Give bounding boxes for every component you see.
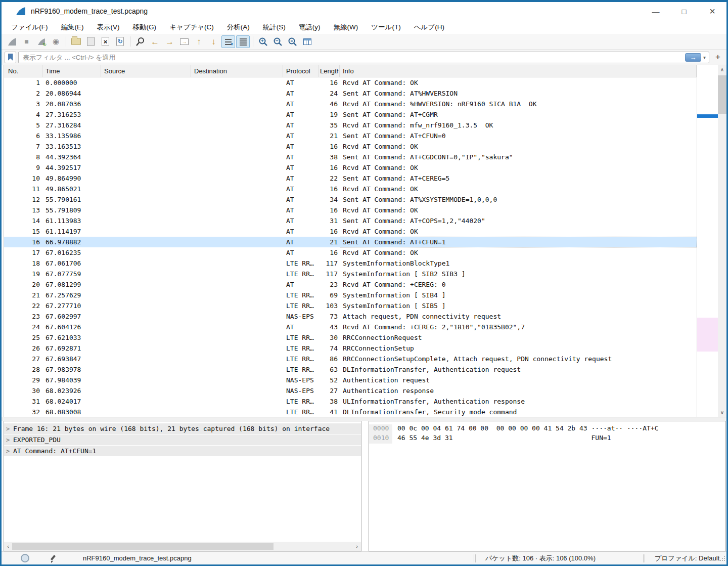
- close-button[interactable]: ×: [698, 2, 726, 20]
- colorize-packets-icon[interactable]: [236, 35, 250, 48]
- display-filter-input[interactable]: [19, 54, 685, 61]
- menu-item[interactable]: ツール(T): [365, 21, 407, 33]
- apply-filter-button[interactable]: →: [685, 53, 701, 62]
- column-header-protocol[interactable]: Protocol: [283, 65, 318, 77]
- packet-row[interactable]: 10.000000AT16Rcvd AT Command: OK: [4, 77, 697, 88]
- hex-line[interactable]: 000000 0c 00 04 61 74 00 00 00 00 00 00 …: [369, 424, 725, 434]
- packet-row[interactable]: 1355.791809AT16Rcvd AT Command: OK: [4, 205, 697, 215]
- detail-row[interactable]: >AT Command: AT+CFUN=1: [4, 446, 361, 456]
- expand-arrow-icon[interactable]: >: [6, 425, 13, 432]
- menu-item[interactable]: 移動(G): [126, 21, 163, 33]
- column-header-time[interactable]: Time: [42, 65, 101, 77]
- column-header-no[interactable]: No.: [4, 65, 42, 77]
- menu-item[interactable]: キャプチャ(C): [163, 21, 220, 33]
- packet-row[interactable]: 2367.602997NAS-EPS73Attach request, PDN …: [4, 311, 697, 322]
- hex-line[interactable]: 001046 55 4e 3d 31FUN=1: [369, 434, 725, 444]
- packet-row[interactable]: 2567.621033LTE RR…30RRCConnectionRequest: [4, 332, 697, 343]
- packet-row[interactable]: 320.087036AT46Rcvd AT Command: %HWVERSIO…: [4, 99, 697, 109]
- packet-row[interactable]: 1666.978882AT21Sent AT Command: AT+CFUN=…: [4, 237, 697, 247]
- pane-gap[interactable]: [361, 421, 369, 551]
- go-forward-icon[interactable]: →: [163, 35, 176, 48]
- resize-grip-icon[interactable]: [719, 555, 725, 561]
- expand-arrow-icon[interactable]: >: [6, 448, 13, 455]
- detail-row[interactable]: >Frame 16: 21 bytes on wire (168 bits), …: [4, 423, 361, 434]
- packet-row[interactable]: 1255.790161AT34Sent AT Command: AT%XSYST…: [4, 194, 697, 205]
- packet-row[interactable]: 844.392364AT38Sent AT Command: AT+CGDCON…: [4, 152, 697, 162]
- menu-item[interactable]: ファイル(F): [5, 21, 55, 33]
- packet-row[interactable]: 527.316284AT35Rcvd AT Command: mfw_nrf91…: [4, 120, 697, 130]
- packet-list-vscrollbar[interactable]: ∧ ∨: [718, 65, 726, 417]
- packet-row[interactable]: 1967.077759LTE RR…117SystemInformation […: [4, 269, 697, 279]
- scroll-up-icon[interactable]: ∧: [718, 65, 726, 74]
- packet-row[interactable]: 944.392517AT16Rcvd AT Command: OK: [4, 162, 697, 173]
- filter-bookmark-button[interactable]: [5, 52, 16, 63]
- packet-row[interactable]: 2867.983978LTE RR…63DLInformationTransfe…: [4, 364, 697, 375]
- start-capture-icon[interactable]: [5, 35, 19, 48]
- packet-row[interactable]: 3168.024017LTE RR…38ULInformationTransfe…: [4, 396, 697, 407]
- resize-columns-icon[interactable]: [300, 35, 314, 48]
- menu-item[interactable]: 統計(S): [256, 21, 292, 33]
- hscrollbar-thumb[interactable]: [12, 543, 274, 550]
- column-header-destination[interactable]: Destination: [191, 65, 283, 77]
- packet-row[interactable]: 2067.081299AT23Rcvd AT Command: +CEREG: …: [4, 279, 697, 290]
- packet-row[interactable]: 220.086944AT24Sent AT Command: AT%HWVERS…: [4, 88, 697, 99]
- column-header-source[interactable]: Source: [101, 65, 191, 77]
- zoom-normal-icon[interactable]: =: [286, 35, 299, 48]
- maximize-button[interactable]: □: [670, 2, 698, 20]
- open-file-icon[interactable]: [69, 35, 83, 48]
- capture-comment-icon[interactable]: [49, 554, 57, 562]
- packet-row[interactable]: 2667.692871LTE RR…74RRCConnectionSetup: [4, 343, 697, 354]
- stop-capture-icon[interactable]: [20, 35, 33, 48]
- add-filter-button[interactable]: +: [712, 52, 723, 63]
- expand-arrow-icon[interactable]: >: [6, 437, 13, 444]
- profile-text[interactable]: プロファイル: Default: [648, 554, 719, 563]
- auto-scroll-icon[interactable]: ▾: [221, 35, 235, 48]
- menu-item[interactable]: 無線(W): [327, 21, 365, 33]
- detail-hscrollbar[interactable]: ‹ ›: [4, 542, 361, 551]
- menu-item[interactable]: 分析(A): [220, 21, 256, 33]
- packet-row[interactable]: 2267.277710LTE RR…103SystemInformation […: [4, 300, 697, 311]
- packet-row[interactable]: 1561.114197AT16Rcvd AT Command: OK: [4, 226, 697, 237]
- zoom-in-icon[interactable]: +: [256, 35, 270, 48]
- packet-row[interactable]: 733.163513AT16Rcvd AT Command: OK: [4, 141, 697, 152]
- scroll-left-icon[interactable]: ‹: [4, 543, 12, 549]
- restart-capture-icon[interactable]: ↻: [34, 35, 48, 48]
- packet-row[interactable]: 2767.693847LTE RR…86RRCConnectionSetupCo…: [4, 354, 697, 364]
- expert-info-icon[interactable]: [21, 554, 29, 562]
- menu-item[interactable]: ヘルプ(H): [407, 21, 451, 33]
- pane-splitter[interactable]: [2, 417, 726, 421]
- packet-row[interactable]: 633.135986AT21Sent AT Command: AT+CFUN=0: [4, 130, 697, 141]
- scroll-down-icon[interactable]: ∨: [718, 408, 726, 417]
- reload-file-icon[interactable]: ↻: [113, 35, 127, 48]
- minimize-button[interactable]: —: [642, 2, 670, 20]
- packet-row[interactable]: 427.316253AT19Sent AT Command: AT+CGMR: [4, 109, 697, 120]
- save-file-icon[interactable]: [84, 35, 98, 48]
- menu-item[interactable]: 編集(E): [55, 21, 90, 33]
- go-to-packet-icon[interactable]: →: [177, 35, 191, 48]
- scroll-right-icon[interactable]: ›: [353, 543, 361, 549]
- packet-row[interactable]: 3068.023926NAS-EPS27Authentication respo…: [4, 385, 697, 396]
- packet-row[interactable]: 2167.257629LTE RR…69SystemInformation [ …: [4, 290, 697, 300]
- capture-options-icon[interactable]: [49, 35, 63, 48]
- column-header-info[interactable]: Info: [340, 65, 697, 77]
- go-last-packet-icon[interactable]: ↓: [207, 35, 220, 48]
- detail-row[interactable]: >EXPORTED_PDU: [4, 434, 361, 445]
- zoom-out-icon[interactable]: −: [271, 35, 285, 48]
- packet-row[interactable]: 1049.864990AT22Sent AT Command: AT+CEREG…: [4, 173, 697, 184]
- menu-item[interactable]: 電話(y): [292, 21, 327, 33]
- vscrollbar-thumb[interactable]: [718, 75, 726, 114]
- column-header-length[interactable]: Length: [318, 65, 340, 77]
- find-packet-icon[interactable]: [133, 35, 147, 48]
- filter-history-caret-icon[interactable]: ▾: [702, 55, 709, 60]
- menu-item[interactable]: 表示(V): [90, 21, 126, 33]
- go-first-packet-icon[interactable]: ↑: [192, 35, 206, 48]
- packet-row[interactable]: 3268.083008LTE RR…41DLInformationTransfe…: [4, 407, 697, 417]
- packet-row[interactable]: 2467.604126AT43Rcvd AT Command: +CEREG: …: [4, 322, 697, 332]
- vscrollbar-track[interactable]: [718, 114, 726, 408]
- packet-row[interactable]: 1461.113983AT31Sent AT Command: AT+COPS=…: [4, 215, 697, 226]
- intelligent-scrollbar-minimap[interactable]: [697, 65, 718, 417]
- go-back-icon[interactable]: ←: [148, 35, 162, 48]
- packet-row[interactable]: 1867.061706LTE RR…117SystemInformationBl…: [4, 258, 697, 269]
- packet-row[interactable]: 1149.865021AT16Rcvd AT Command: OK: [4, 184, 697, 194]
- packet-row[interactable]: 1767.016235AT16Rcvd AT Command: OK: [4, 247, 697, 258]
